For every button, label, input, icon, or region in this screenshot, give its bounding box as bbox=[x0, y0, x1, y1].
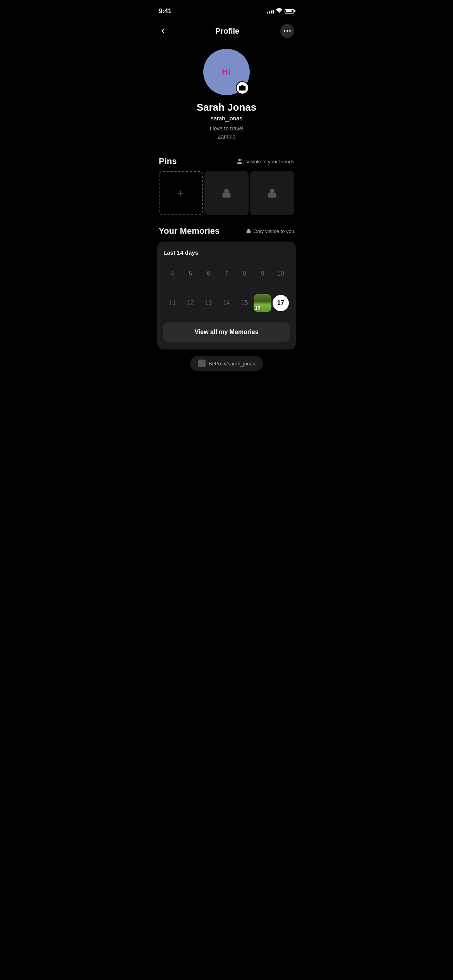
cal-day-4[interactable]: 4 bbox=[163, 264, 182, 284]
cal-day-11[interactable]: 11 bbox=[163, 293, 182, 313]
cal-day-16-memory[interactable]: 16 bbox=[254, 293, 272, 313]
camera-icon bbox=[239, 84, 246, 91]
wifi-icon bbox=[276, 8, 282, 14]
cal-day-9[interactable]: 9 bbox=[254, 264, 272, 284]
view-all-memories-button[interactable]: View all my Memories bbox=[163, 322, 290, 342]
back-button[interactable] bbox=[159, 23, 174, 39]
status-bar: 9:41 bbox=[151, 0, 302, 19]
svg-rect-3 bbox=[268, 193, 276, 198]
pins-visibility-text: Visible to your friends bbox=[246, 159, 294, 164]
cal-day-5[interactable]: 5 bbox=[182, 264, 200, 284]
memory-thumbnail: 16 bbox=[254, 294, 271, 312]
memories-card: Last 14 days 4 5 6 7 8 9 10 11 12 13 14 … bbox=[157, 242, 296, 350]
friends-icon bbox=[237, 158, 244, 165]
profile-section: Hi Sarah Jonas sarah_jonas I love to tra… bbox=[151, 45, 302, 149]
calendar-week-1: 4 5 6 7 8 9 10 bbox=[163, 264, 290, 284]
cal-day-12[interactable]: 12 bbox=[182, 293, 200, 313]
status-icons bbox=[267, 8, 294, 14]
profile-link-pill[interactable]: BePo.al/sarah_jonas bbox=[190, 356, 263, 371]
signal-icon bbox=[267, 9, 274, 14]
memories-subtitle: Last 14 days bbox=[163, 249, 290, 256]
pins-visibility: Visible to your friends bbox=[237, 158, 294, 165]
cal-day-13[interactable]: 13 bbox=[199, 293, 218, 313]
more-options-button[interactable] bbox=[280, 24, 294, 38]
memories-title: Your Memories bbox=[159, 226, 220, 236]
profile-link-text: BePo.al/sarah_jonas bbox=[209, 361, 255, 367]
svg-point-0 bbox=[241, 87, 244, 89]
cal-day-17-today[interactable]: 17 bbox=[271, 293, 290, 313]
memories-visibility: Only visible to you bbox=[246, 228, 295, 234]
add-pin-button[interactable]: + bbox=[159, 171, 203, 215]
cal-day-10[interactable]: 10 bbox=[271, 264, 290, 284]
calendar-week-2: 11 12 13 14 15 16 17 bbox=[163, 293, 290, 313]
cal-day-7[interactable]: 7 bbox=[218, 264, 236, 284]
svg-point-1 bbox=[239, 159, 241, 161]
change-photo-button[interactable] bbox=[236, 81, 249, 94]
link-icon bbox=[198, 360, 206, 367]
today-circle: 17 bbox=[273, 295, 289, 311]
page-title: Profile bbox=[215, 27, 239, 36]
memories-section-header: Your Memories Only visible to you bbox=[151, 215, 302, 242]
locked-pin-1[interactable] bbox=[204, 171, 249, 215]
memory-day-label: 16 bbox=[255, 305, 260, 311]
avatar-text: Hi bbox=[222, 67, 231, 77]
cal-day-6[interactable]: 6 bbox=[199, 264, 218, 284]
cal-day-8[interactable]: 8 bbox=[235, 264, 254, 284]
lock-small-icon bbox=[246, 228, 251, 234]
locked-pin-2[interactable] bbox=[250, 171, 294, 215]
avatar-container: Hi bbox=[203, 49, 250, 95]
bottom-hint: BePo.al/sarah_jonas bbox=[151, 350, 302, 375]
memories-visibility-text: Only visible to you bbox=[254, 228, 295, 234]
profile-username: sarah_jonas bbox=[211, 115, 242, 122]
pins-grid: + bbox=[151, 171, 302, 215]
header: Profile bbox=[151, 19, 302, 45]
battery-icon bbox=[285, 9, 294, 14]
lock-icon bbox=[221, 188, 232, 199]
cal-day-15[interactable]: 15 bbox=[235, 293, 254, 313]
pins-title: Pins bbox=[159, 156, 177, 166]
cal-day-14[interactable]: 14 bbox=[218, 293, 236, 313]
svg-rect-2 bbox=[223, 193, 231, 198]
lock-icon bbox=[267, 188, 278, 199]
status-time: 9:41 bbox=[159, 7, 172, 15]
svg-rect-4 bbox=[246, 231, 251, 233]
pins-section-header: Pins Visible to your friends bbox=[151, 149, 302, 171]
profile-bio: I love to travel Zambia bbox=[209, 125, 243, 141]
profile-name: Sarah Jonas bbox=[197, 101, 257, 113]
plus-icon: + bbox=[178, 187, 184, 199]
